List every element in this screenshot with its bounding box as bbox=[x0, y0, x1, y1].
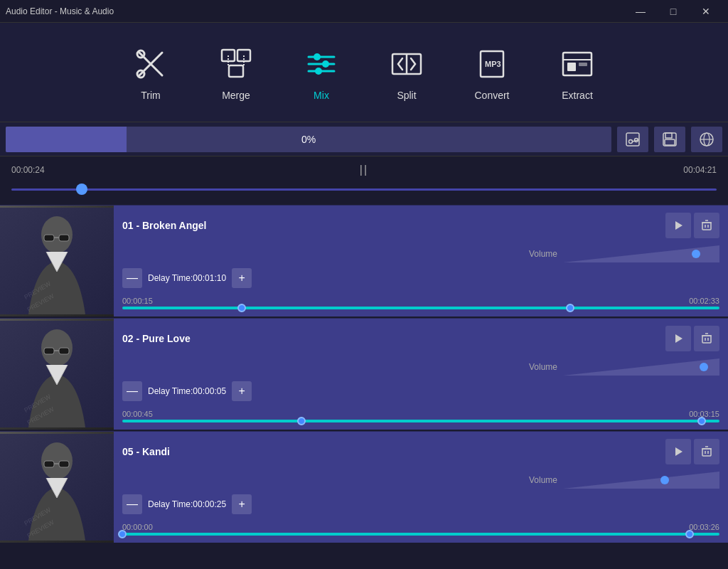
split-icon bbox=[387, 44, 427, 84]
tracks-container: PREVIEW PREVIEW 01 - Broken Angel bbox=[0, 203, 728, 544]
svg-rect-36 bbox=[44, 235, 54, 241]
track-actions bbox=[665, 439, 719, 464]
svg-marker-62 bbox=[563, 358, 719, 376]
track-controls-row: — Delay Time:00:01:10 + bbox=[122, 268, 719, 288]
timeline-slider[interactable] bbox=[11, 182, 717, 196]
track-title: 05 - Kandi bbox=[122, 446, 170, 457]
delay-increase-btn-1[interactable]: + bbox=[232, 268, 252, 288]
range-start-handle-1[interactable] bbox=[237, 304, 246, 312]
svg-rect-23 bbox=[626, 133, 639, 146]
track-controls-row: — Delay Time:00:00:25 + bbox=[122, 494, 719, 514]
volume-handle-1[interactable] bbox=[692, 250, 700, 258]
delay-increase-btn-3[interactable]: + bbox=[232, 494, 252, 514]
app-title: Audio Editor - Music & Audio bbox=[6, 6, 114, 16]
convert-icon: MP3 bbox=[472, 44, 512, 84]
split-label: Split bbox=[397, 90, 416, 101]
timeline-end: 00:04:21 bbox=[683, 165, 717, 175]
track-title: 02 - Pure Love bbox=[122, 333, 191, 344]
mix-label: Mix bbox=[314, 90, 329, 101]
extract-icon bbox=[557, 44, 597, 84]
track-delete-button[interactable] bbox=[694, 326, 719, 351]
track-range-section-2: 00:00:45 00:03:15 bbox=[122, 410, 719, 422]
minimize-button[interactable]: — bbox=[624, 0, 657, 23]
track-delete-button[interactable] bbox=[694, 439, 719, 464]
audio-file-button[interactable] bbox=[617, 127, 648, 152]
track-range-section-1: 00:00:15 00:02:33 bbox=[122, 297, 719, 309]
range-slider-2[interactable] bbox=[122, 420, 719, 422]
range-start-handle-2[interactable] bbox=[297, 417, 306, 425]
track-title: 01 - Broken Angel bbox=[122, 220, 207, 231]
delay-decrease-btn-3[interactable]: — bbox=[122, 494, 142, 514]
range-end-handle-1[interactable] bbox=[566, 304, 574, 312]
range-end-handle-2[interactable] bbox=[697, 417, 706, 425]
merge-icon bbox=[216, 44, 256, 84]
track-play-button[interactable] bbox=[665, 213, 691, 238]
track-item: PREVIEW PREVIEW 02 - Pure Love bbox=[0, 318, 728, 430]
toolbar-split[interactable]: Split bbox=[378, 44, 435, 101]
toolbar-extract[interactable]: Extract bbox=[549, 44, 606, 101]
timeline-start: 00:00:24 bbox=[11, 165, 45, 175]
volume-handle-3[interactable] bbox=[660, 476, 669, 484]
delay-increase-btn-2[interactable]: + bbox=[232, 381, 252, 401]
track-thumb-img: PREVIEW PREVIEW bbox=[0, 432, 114, 543]
svg-marker-56 bbox=[675, 334, 682, 343]
track-thumbnail: PREVIEW PREVIEW bbox=[0, 432, 114, 543]
progress-text: 0% bbox=[301, 134, 316, 145]
track-content: 02 - Pure Love bbox=[114, 319, 728, 430]
svg-point-24 bbox=[629, 139, 633, 143]
toolbar-convert[interactable]: MP3 Convert bbox=[464, 44, 520, 101]
progress-bar: 0% bbox=[6, 127, 611, 152]
track-play-button[interactable] bbox=[665, 326, 691, 351]
toolbar-mix[interactable]: Mix bbox=[293, 44, 350, 101]
timeline-playhead: || bbox=[360, 164, 368, 176]
delay-text-2: Delay Time:00:00:05 bbox=[148, 386, 226, 396]
svg-rect-6 bbox=[229, 65, 243, 77]
timeline-track bbox=[11, 188, 717, 191]
timeline-handle[interactable] bbox=[76, 184, 87, 195]
svg-marker-77 bbox=[563, 472, 719, 489]
svg-point-14 bbox=[315, 68, 322, 75]
volume-slider-3[interactable] bbox=[563, 472, 719, 489]
track-header: 01 - Broken Angel bbox=[122, 213, 719, 238]
track-play-button[interactable] bbox=[665, 439, 691, 464]
progress-area: 0% bbox=[0, 122, 728, 156]
volume-label-2: Volume bbox=[529, 362, 557, 372]
svg-rect-42 bbox=[702, 223, 711, 230]
svg-rect-28 bbox=[665, 133, 672, 138]
preview-button[interactable] bbox=[691, 127, 722, 152]
svg-rect-57 bbox=[702, 336, 711, 343]
trim-label: Trim bbox=[141, 90, 160, 101]
svg-rect-22 bbox=[579, 63, 587, 66]
timeline: 00:00:24 || 00:04:21 bbox=[0, 156, 728, 203]
volume-slider-1[interactable] bbox=[563, 245, 719, 262]
volume-slider-2[interactable] bbox=[563, 358, 719, 376]
delay-decrease-btn-2[interactable]: — bbox=[122, 381, 142, 401]
volume-label-3: Volume bbox=[529, 475, 557, 485]
volume-handle-2[interactable] bbox=[700, 363, 708, 371]
trim-icon bbox=[131, 44, 171, 84]
track-actions bbox=[665, 213, 719, 238]
maximize-button[interactable]: □ bbox=[657, 0, 690, 23]
svg-rect-21 bbox=[567, 63, 576, 71]
track-delete-button[interactable] bbox=[694, 213, 719, 238]
range-slider-1[interactable] bbox=[122, 307, 719, 309]
range-slider-3[interactable] bbox=[122, 533, 719, 536]
range-timestamps-3: 00:00:00 00:03:26 bbox=[122, 523, 719, 531]
merge-label: Merge bbox=[222, 90, 250, 101]
svg-rect-51 bbox=[44, 348, 54, 354]
mix-icon bbox=[301, 44, 341, 84]
svg-rect-37 bbox=[59, 235, 69, 241]
extract-label: Extract bbox=[562, 90, 593, 101]
track-controls-row: — Delay Time:00:00:05 + bbox=[122, 381, 719, 401]
track-content: 05 - Kandi bbox=[114, 432, 728, 543]
delay-decrease-btn-1[interactable]: — bbox=[122, 268, 142, 288]
range-end-handle-3[interactable] bbox=[685, 530, 694, 538]
save-button[interactable] bbox=[654, 127, 685, 152]
range-start-handle-3[interactable] bbox=[118, 530, 127, 538]
volume-label-1: Volume bbox=[529, 249, 557, 259]
convert-label: Convert bbox=[474, 90, 509, 101]
toolbar-trim[interactable]: Trim bbox=[122, 44, 179, 101]
track-thumbnail: PREVIEW PREVIEW bbox=[0, 319, 114, 430]
close-button[interactable]: ✕ bbox=[690, 0, 722, 23]
toolbar-merge[interactable]: Merge bbox=[208, 44, 264, 101]
